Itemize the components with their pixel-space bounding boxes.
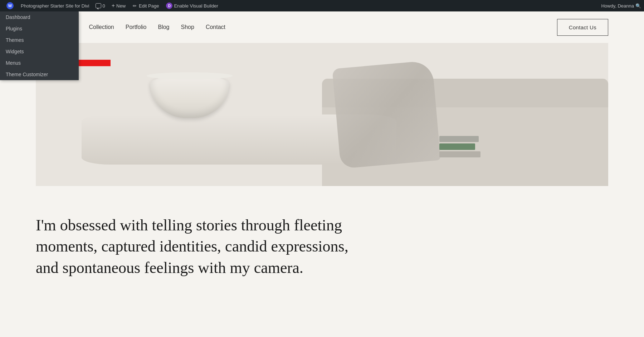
bowl-rim — [147, 72, 233, 79]
nav-shop[interactable]: Shop — [181, 24, 194, 30]
hero-scene — [36, 43, 608, 186]
edit-page-label: Edit Page — [139, 3, 159, 9]
book-2 — [439, 143, 475, 150]
dropdown-item-menus[interactable]: Menus — [0, 57, 79, 69]
hero-image — [36, 43, 608, 186]
tagline-text: I'm obsessed with telling stories throug… — [36, 215, 358, 278]
books — [439, 136, 482, 157]
dropdown-item-plugins[interactable]: Plugins — [0, 23, 79, 34]
wp-logo-icon: W — [6, 2, 14, 9]
admin-bar-left: W Photographer Starter Site for Divi 0 +… — [3, 0, 600, 11]
comment-icon — [96, 3, 101, 8]
dropdown-item-themes[interactable]: Themes — [0, 34, 79, 46]
dropdown-item-dashboard[interactable]: Dashboard — [0, 11, 79, 23]
plus-icon: + — [112, 3, 115, 9]
nav-portfolio[interactable]: Portfolio — [126, 24, 147, 30]
comments-item[interactable]: 0 — [93, 0, 108, 11]
book-3 — [439, 151, 480, 157]
site-name-label: Photographer Starter Site for Divi — [21, 3, 89, 9]
tagline-section: I'm obsessed with telling stories throug… — [0, 200, 644, 300]
search-icon[interactable]: 🔍 — [635, 3, 641, 9]
visual-builder-label: Enable Visual Builder — [174, 3, 218, 9]
admin-bar: W Photographer Starter Site for Divi 0 +… — [0, 0, 644, 11]
contact-us-button[interactable]: Contact Us — [557, 19, 608, 36]
fabric-throw — [332, 60, 440, 168]
comment-count: 0 — [102, 3, 105, 9]
edit-page-item[interactable]: ✏ Edit Page — [129, 0, 162, 11]
hero-image-container — [36, 43, 608, 186]
nav-blog[interactable]: Blog — [158, 24, 169, 30]
edit-icon: ✏ — [133, 3, 137, 9]
site-header: Home About Collection Portfolio Blog Sho… — [0, 11, 644, 43]
nav-collection[interactable]: Collection — [89, 24, 114, 30]
dropdown-menu: Dashboard Plugins Themes Widgets Menus T… — [0, 11, 79, 80]
dropdown-item-theme-customizer[interactable]: Theme Customizer — [0, 69, 79, 80]
new-label: New — [116, 3, 126, 9]
divi-icon: D — [166, 3, 172, 9]
new-item[interactable]: + New — [108, 0, 129, 11]
visual-builder-item[interactable]: D Enable Visual Builder — [162, 0, 221, 11]
howdy-label: Howdy, Deanna — [601, 3, 634, 9]
site-name-item[interactable]: Photographer Starter Site for Divi — [17, 0, 93, 11]
book-1 — [439, 136, 479, 142]
admin-bar-right: Howdy, Deanna 🔍 — [601, 3, 641, 9]
dropdown-item-widgets[interactable]: Widgets — [0, 46, 79, 57]
nav-contact[interactable]: Contact — [206, 24, 225, 30]
wp-logo-item[interactable]: W — [3, 0, 17, 11]
